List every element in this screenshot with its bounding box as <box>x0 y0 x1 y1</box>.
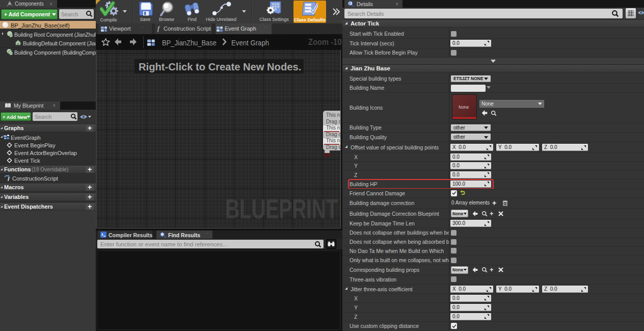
svg-text:i: i <box>350 1 351 6</box>
svg-text:f: f <box>8 175 10 181</box>
